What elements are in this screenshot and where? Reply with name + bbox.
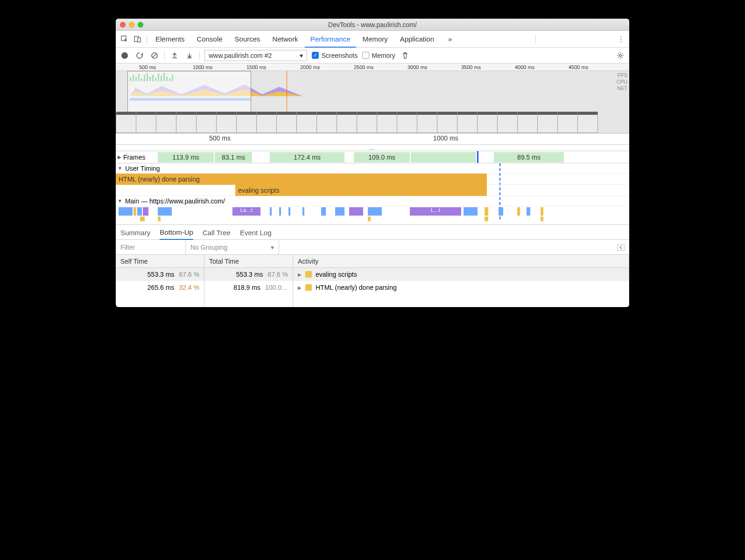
main-thread-track[interactable]: La…tL…t bbox=[116, 206, 629, 225]
frame-block[interactable]: 172.4 ms bbox=[270, 152, 344, 162]
memory-toggle[interactable]: Memory bbox=[362, 52, 395, 59]
flame-segment[interactable] bbox=[134, 207, 136, 216]
filmstrip-thumb[interactable] bbox=[377, 112, 397, 133]
heaviest-stack-toggle[interactable] bbox=[279, 240, 629, 254]
filmstrip-thumb[interactable] bbox=[136, 112, 156, 133]
user-timing-header[interactable]: ▼ User Timing bbox=[116, 163, 629, 174]
flame-segment[interactable] bbox=[541, 217, 543, 221]
filmstrip-thumb[interactable] bbox=[296, 112, 317, 133]
table-row[interactable]: 553.3 ms67.6 %553.3 ms67.6 %▶evaling scr… bbox=[116, 268, 629, 281]
col-self-time[interactable]: Self Time bbox=[116, 255, 204, 267]
flame-segment[interactable] bbox=[143, 207, 148, 216]
flame-segment[interactable] bbox=[288, 207, 290, 216]
flame-segment[interactable] bbox=[140, 217, 145, 221]
user-timing-bar[interactable]: HTML (nearly) done parsing bbox=[116, 174, 487, 185]
filmstrip-thumb[interactable] bbox=[517, 112, 538, 133]
flame-segment[interactable] bbox=[302, 207, 304, 216]
flame-segment[interactable] bbox=[527, 207, 530, 216]
table-row[interactable]: 265.6 ms32.4 %818.9 ms100.0…▶HTML (nearl… bbox=[116, 281, 629, 294]
tab-memory[interactable]: Memory bbox=[357, 31, 394, 48]
settings-gear-icon[interactable] bbox=[615, 50, 626, 61]
filmstrip-thumb[interactable] bbox=[537, 112, 558, 133]
user-timing-row[interactable]: evaling scripts bbox=[116, 185, 629, 196]
filmstrip-thumb[interactable] bbox=[337, 112, 357, 133]
save-profile-button[interactable] bbox=[184, 50, 195, 61]
clear-button[interactable] bbox=[149, 50, 160, 61]
load-profile-button[interactable] bbox=[169, 50, 180, 61]
tab-application[interactable]: Application bbox=[394, 31, 440, 48]
filmstrip-thumb[interactable] bbox=[216, 112, 237, 133]
expand-icon[interactable]: ▶ bbox=[298, 285, 302, 290]
details-tab-bottom-up[interactable]: Bottom-Up bbox=[160, 228, 193, 240]
user-timing-bar[interactable]: evaling scripts bbox=[235, 185, 487, 196]
frame-block[interactable]: 83.1 ms bbox=[215, 152, 252, 162]
frame-block[interactable]: 89.5 ms bbox=[494, 152, 564, 162]
collapse-icon[interactable]: ▼ bbox=[118, 198, 122, 203]
filmstrip-thumb[interactable] bbox=[236, 112, 257, 133]
frame-block[interactable]: 113.9 ms bbox=[158, 152, 214, 162]
filmstrip-thumb[interactable] bbox=[417, 112, 437, 133]
flame-segment[interactable] bbox=[119, 207, 133, 216]
tab-performance[interactable]: Performance bbox=[305, 31, 356, 48]
flame-segment[interactable] bbox=[368, 207, 382, 216]
flame-segment[interactable] bbox=[517, 207, 520, 216]
tabs-overflow-button[interactable]: » bbox=[443, 31, 457, 48]
flame-segment[interactable] bbox=[485, 207, 488, 216]
inspect-icon[interactable] bbox=[119, 33, 131, 45]
filmstrip-thumb[interactable] bbox=[357, 112, 377, 133]
flame-segment[interactable] bbox=[541, 207, 543, 216]
record-button[interactable] bbox=[119, 50, 130, 61]
device-toggle-icon[interactable] bbox=[132, 33, 144, 45]
col-total-time[interactable]: Total Time bbox=[204, 255, 293, 267]
expand-icon[interactable]: ▶ bbox=[298, 272, 302, 277]
collapsed-tracks-row[interactable]: … bbox=[116, 145, 629, 151]
expand-icon[interactable]: ▶ bbox=[118, 154, 121, 160]
filmstrip-thumb[interactable] bbox=[437, 112, 457, 133]
filmstrip-thumb[interactable] bbox=[397, 112, 417, 133]
flame-segment[interactable] bbox=[464, 207, 478, 216]
tab-console[interactable]: Console bbox=[191, 31, 228, 48]
flame-segment[interactable] bbox=[499, 207, 503, 216]
details-tab-event-log[interactable]: Event Log bbox=[240, 229, 272, 239]
frame-block[interactable]: 109.0 ms bbox=[354, 152, 410, 162]
filmstrip-thumb[interactable] bbox=[116, 112, 136, 133]
tab-elements[interactable]: Elements bbox=[150, 31, 190, 48]
col-activity[interactable]: Activity bbox=[293, 255, 629, 267]
filmstrip-thumb[interactable] bbox=[577, 112, 598, 133]
collect-garbage-button[interactable] bbox=[400, 50, 410, 61]
flame-segment[interactable] bbox=[270, 207, 272, 216]
filmstrip-thumb[interactable] bbox=[176, 112, 197, 133]
main-thread-header[interactable]: ▼ Main — https://www.paulirish.com/ bbox=[116, 196, 629, 206]
filmstrip-thumb[interactable] bbox=[457, 112, 478, 133]
reload-record-button[interactable] bbox=[134, 50, 145, 61]
user-timing-row[interactable]: HTML (nearly) done parsing bbox=[116, 174, 629, 185]
flame-segment[interactable] bbox=[158, 207, 172, 216]
flame-segment[interactable] bbox=[321, 207, 326, 216]
tab-sources[interactable]: Sources bbox=[229, 31, 266, 48]
timeline-overview[interactable]: 500 ms1000 ms1500 ms2000 ms2500 ms3000 m… bbox=[116, 63, 629, 133]
details-tab-summary[interactable]: Summary bbox=[120, 229, 150, 239]
flame-segment[interactable] bbox=[349, 207, 363, 216]
filmstrip-thumb[interactable] bbox=[156, 112, 176, 133]
overview-body[interactable]: FPS CPU NET bbox=[116, 71, 629, 133]
filmstrip-thumb[interactable] bbox=[477, 112, 498, 133]
filmstrip-thumb[interactable] bbox=[256, 112, 277, 133]
flame-segment[interactable] bbox=[485, 217, 488, 221]
screenshots-toggle[interactable]: ✓ Screenshots bbox=[312, 52, 358, 59]
grouping-select[interactable]: No Grouping ▾ bbox=[186, 240, 279, 254]
details-tab-call-tree[interactable]: Call Tree bbox=[203, 229, 231, 239]
flame-segment[interactable] bbox=[368, 217, 371, 221]
flame-segment[interactable]: La…t bbox=[232, 207, 260, 216]
collapse-icon[interactable]: ▼ bbox=[118, 166, 122, 171]
flame-segment[interactable] bbox=[158, 217, 161, 221]
flame-segment[interactable]: L…t bbox=[410, 207, 461, 216]
flame-segment[interactable] bbox=[335, 207, 344, 216]
filmstrip-thumb[interactable] bbox=[196, 112, 217, 133]
flame-segment[interactable] bbox=[137, 207, 142, 216]
filter-input[interactable]: Filter bbox=[116, 240, 186, 254]
filmstrip-thumb[interactable] bbox=[497, 112, 518, 133]
frame-block[interactable] bbox=[411, 152, 476, 162]
recording-select[interactable]: www.paulirish.com #2 ▾ bbox=[204, 50, 307, 61]
filmstrip-thumb[interactable] bbox=[557, 112, 578, 133]
kebab-menu-icon[interactable]: ⋮ bbox=[615, 35, 626, 43]
